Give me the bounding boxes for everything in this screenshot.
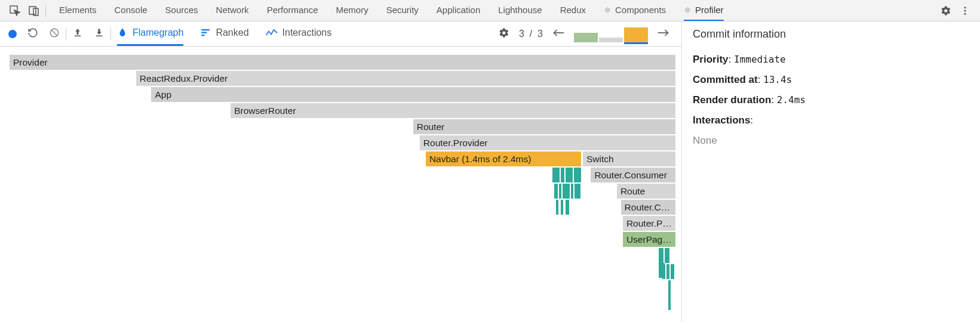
priority-row: Priority: Immediate [693, 54, 969, 66]
view-flamegraph-label: Flamegraph [133, 27, 183, 38]
tab-console[interactable]: Console [115, 1, 148, 21]
tab-application[interactable]: Application [437, 1, 480, 21]
download-icon[interactable] [94, 27, 105, 41]
svg-rect-8 [96, 35, 103, 36]
flame-tiny-group[interactable] [659, 248, 675, 263]
flame-bar[interactable]: App [151, 87, 675, 102]
inspect-icon[interactable] [10, 5, 20, 16]
devtools-left-icons [4, 5, 45, 16]
flame-bar[interactable]: Router.Provider [420, 135, 675, 150]
flame-bar[interactable]: Route [617, 184, 675, 199]
commit-info-panel: Priority: Immediate Committed at: 13.4s … [681, 47, 980, 322]
interactions-none: None [693, 135, 969, 147]
tab-redux[interactable]: Redux [560, 1, 586, 21]
flame-bar[interactable]: ReactRedux.Provider [136, 71, 675, 86]
profiler-main: ProviderReactRedux.ProviderAppBrowserRou… [0, 47, 980, 322]
render-duration-row: Render duration: 2.4ms [693, 94, 969, 106]
devtools-right-icons [935, 5, 976, 16]
divider [110, 27, 111, 41]
flame-tiny-group[interactable] [556, 200, 570, 215]
view-ranked[interactable]: Ranked [200, 22, 248, 46]
tab-network[interactable]: Network [216, 1, 249, 21]
interactions-icon [266, 27, 278, 38]
svg-rect-11 [202, 35, 205, 36]
commit-mini-chart[interactable] [574, 24, 648, 44]
tab-memory[interactable]: Memory [336, 1, 368, 21]
kebab-menu-icon[interactable] [960, 5, 970, 16]
divider [66, 27, 66, 41]
settings-icon[interactable] [941, 5, 951, 16]
commit-counter: 3 / 3 [519, 29, 543, 39]
flamegraph[interactable]: ProviderReactRedux.ProviderAppBrowserRou… [10, 55, 675, 296]
record-button[interactable] [8, 30, 17, 38]
commit-info-heading-text: Commit information [693, 28, 786, 41]
svg-rect-10 [202, 32, 207, 33]
flamegraph-area: ProviderReactRedux.ProviderAppBrowserRou… [0, 47, 681, 322]
tab-elements[interactable]: Elements [59, 1, 97, 21]
flame-tiny-group[interactable] [668, 280, 675, 295]
view-flamegraph[interactable]: Flamegraph [117, 22, 183, 46]
profiler-settings-icon[interactable] [499, 27, 509, 41]
react-icon: ⚛ [684, 5, 692, 15]
committed-at-row: Committed at: 13.4s [693, 74, 969, 86]
tab-security[interactable]: Security [386, 1, 419, 21]
flame-bar[interactable]: Switch [583, 151, 675, 166]
svg-point-3 [964, 7, 966, 8]
upload-icon[interactable] [72, 27, 83, 41]
prev-commit-icon[interactable] [552, 28, 564, 40]
commit-nav: 3 / 3 [499, 24, 669, 44]
flame-bar[interactable]: Router.Co… [621, 200, 675, 215]
svg-rect-7 [75, 35, 81, 36]
flame-bar[interactable]: Navbar (1.4ms of 2.4ms) [426, 151, 581, 166]
flame-icon [117, 27, 128, 38]
next-commit-icon[interactable] [658, 28, 669, 40]
flame-bar[interactable]: Provider [10, 55, 675, 70]
flame-tiny-group[interactable] [554, 184, 582, 199]
clear-icon[interactable] [49, 27, 60, 41]
interactions-row: Interactions: [693, 114, 969, 126]
view-interactions-label: Interactions [282, 27, 332, 38]
commit-info-heading: Commit information [681, 21, 980, 47]
flame-tiny-group[interactable] [662, 264, 675, 279]
tab-components[interactable]: ⚛Components [604, 1, 666, 21]
view-interactions[interactable]: Interactions [266, 22, 332, 46]
tab-performance[interactable]: Performance [267, 1, 318, 21]
tab-sources[interactable]: Sources [165, 1, 198, 21]
device-toggle-icon[interactable] [29, 5, 39, 16]
devtools-tabs: Elements Console Sources Network Perform… [46, 1, 935, 21]
view-ranked-label: Ranked [216, 27, 248, 38]
flame-bar[interactable]: Router [413, 119, 675, 134]
flame-bar[interactable]: Router.Consumer [591, 168, 675, 182]
devtools-tabstrip: Elements Console Sources Network Perform… [0, 0, 980, 21]
svg-point-4 [964, 10, 966, 11]
flame-tiny-group[interactable] [552, 168, 582, 182]
svg-rect-1 [29, 7, 36, 14]
reload-icon[interactable] [27, 27, 38, 41]
tab-lighthouse[interactable]: Lighthouse [498, 1, 542, 21]
react-icon: ⚛ [604, 5, 612, 15]
flame-bar[interactable]: Router.Pr… [623, 216, 675, 231]
flame-bar[interactable]: UserPag… [623, 232, 675, 247]
svg-point-5 [964, 13, 966, 14]
tab-profiler[interactable]: ⚛Profiler [684, 1, 724, 21]
svg-rect-9 [202, 29, 210, 30]
ranked-icon [200, 27, 211, 38]
flame-bar[interactable]: BrowserRouter [231, 103, 675, 118]
